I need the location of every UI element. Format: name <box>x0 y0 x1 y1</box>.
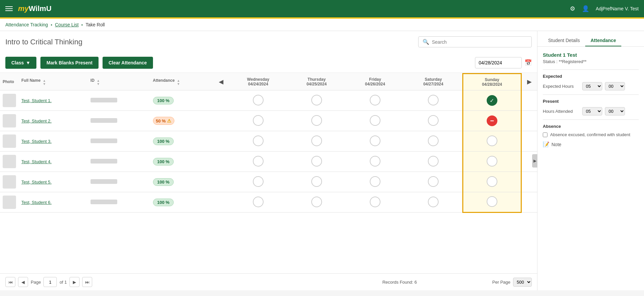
student-name-link[interactable]: Test, Student 6. <box>21 200 51 205</box>
col-nav-next[interactable]: ▶ <box>521 74 537 90</box>
right-panel: ▶ Student Details Attendance Student 1 T… <box>537 31 644 290</box>
per-page-select[interactable]: 500 100 50 25 <box>513 278 532 287</box>
attendance-circle[interactable] <box>311 95 322 105</box>
prev-week-button[interactable]: ◀ <box>216 78 226 85</box>
date-input[interactable] <box>475 57 522 68</box>
search-input[interactable] <box>432 39 527 45</box>
col-wednesday: Wednesday 04/24/2024 <box>229 74 287 90</box>
sunday-attendance-circle[interactable] <box>487 196 497 207</box>
sunday-attendance-circle[interactable] <box>487 156 497 167</box>
table-row: Test, Student 5.100 % <box>0 172 537 192</box>
present-hours-label: Hours Attended <box>543 109 580 114</box>
expected-hours-row: Expected Hours 0501020304060708 00153045 <box>543 82 639 90</box>
settings-icon[interactable]: ⚙ <box>570 5 575 12</box>
first-page-button[interactable]: ⏮ <box>5 277 15 287</box>
attendance-circle[interactable] <box>370 95 380 105</box>
attendance-circle[interactable] <box>253 176 264 187</box>
last-page-button[interactable]: ⏭ <box>82 277 92 287</box>
sort-attendance[interactable]: ▲▼ <box>177 79 180 86</box>
attendance-circle[interactable] <box>253 95 264 105</box>
mark-blanks-button[interactable]: Mark Blanks Present <box>40 57 99 69</box>
present-hours-select[interactable]: 0501020304060708 <box>582 107 602 115</box>
col-attendance[interactable]: Attendance ▲▼ <box>150 74 214 90</box>
sunday-attendance-circle[interactable]: ✓ <box>487 95 497 106</box>
right-panel-toggle[interactable]: ▶ <box>532 154 537 168</box>
expected-minutes-select[interactable]: 00153045 <box>605 82 625 90</box>
breadcrumb-course-list[interactable]: Course List <box>55 22 78 27</box>
student-name-link[interactable]: Test, Student 5. <box>21 180 51 185</box>
attendance-circle[interactable] <box>370 176 380 187</box>
user-icon[interactable]: 👤 <box>582 5 589 12</box>
prev-page-button[interactable]: ◀ <box>18 277 28 287</box>
attendance-circle[interactable] <box>428 176 439 187</box>
student-name-link[interactable]: Test, Student 4. <box>21 159 51 164</box>
sunday-attendance-circle[interactable] <box>487 176 497 187</box>
expected-hours-select[interactable]: 0501020304060708 <box>582 82 602 90</box>
col-nav-prev[interactable]: ◀ <box>213 74 229 90</box>
day-cell <box>346 192 404 213</box>
attendance-circle[interactable] <box>311 115 322 126</box>
breadcrumb: Attendance Tracking ● Course List ● Take… <box>0 19 644 31</box>
minus-icon: − <box>490 117 494 124</box>
student-id-blur <box>91 138 117 143</box>
calendar-icon[interactable]: 📅 <box>524 59 532 66</box>
col-id[interactable]: ID ▲▼ <box>88 74 150 90</box>
present-hours-row: Hours Attended 0501020304060708 00153045 <box>543 107 639 115</box>
attendance-circle[interactable] <box>311 156 322 167</box>
col-sunday-day: Sunday <box>466 77 518 82</box>
nav-prev-cell <box>213 192 229 213</box>
day-cell <box>404 131 463 152</box>
page-input[interactable] <box>43 277 57 287</box>
next-page-button[interactable]: ▶ <box>69 277 79 287</box>
attendance-circle[interactable] <box>253 115 264 126</box>
hamburger-menu[interactable] <box>5 6 13 11</box>
nav-next-cell <box>521 192 537 213</box>
attendance-circle[interactable] <box>311 197 322 207</box>
photo-placeholder <box>3 94 16 107</box>
attendance-circle[interactable] <box>370 135 380 146</box>
student-name-link[interactable]: Test, Student 2. <box>21 118 51 123</box>
class-button[interactable]: Class ▼ <box>5 57 36 69</box>
day-cell <box>404 90 463 111</box>
student-name-cell: Test, Student 2. <box>19 111 88 131</box>
day-cell <box>346 172 404 192</box>
attendance-circle[interactable] <box>370 156 380 167</box>
attendance-badge-ok: 100 % <box>153 158 174 166</box>
next-week-button[interactable]: ▶ <box>524 78 534 85</box>
tab-student-details[interactable]: Student Details <box>543 35 585 46</box>
attendance-circle[interactable] <box>253 156 264 167</box>
student-id-blur <box>91 118 117 123</box>
sunday-attendance-circle[interactable]: − <box>487 115 497 126</box>
sunday-attendance-circle[interactable] <box>487 135 497 146</box>
present-minutes-select[interactable]: 00153045 <box>605 107 625 115</box>
per-page-label: Per Page <box>492 280 510 285</box>
student-attendance-cell: 100 % <box>150 152 214 172</box>
student-photo-cell <box>0 192 19 213</box>
attendance-circle[interactable] <box>253 197 264 207</box>
absence-excused-checkbox[interactable] <box>543 132 547 137</box>
search-box[interactable]: 🔍 <box>418 36 532 47</box>
sunday-cell <box>463 192 521 213</box>
attendance-circle[interactable] <box>428 156 439 167</box>
class-dropdown-arrow: ▼ <box>26 60 30 65</box>
day-cell <box>287 192 346 213</box>
attendance-circle[interactable] <box>311 176 322 187</box>
attendance-circle[interactable] <box>428 115 439 126</box>
attendance-table: Photo Full Name ▲▼ ID ▲▼ Attendance ▲▼ <box>0 73 537 213</box>
col-full-name[interactable]: Full Name ▲▼ <box>19 74 88 90</box>
attendance-circle[interactable] <box>370 115 380 126</box>
sort-full-name[interactable]: ▲▼ <box>43 79 46 86</box>
student-name-link[interactable]: Test, Student 1. <box>21 98 51 103</box>
attendance-circle[interactable] <box>370 197 380 207</box>
sort-id[interactable]: ▲▼ <box>97 79 100 86</box>
attendance-circle[interactable] <box>428 135 439 146</box>
student-name-link[interactable]: Test, Student 3. <box>21 139 51 144</box>
nav-next-cell <box>521 172 537 192</box>
attendance-circle[interactable] <box>311 135 322 146</box>
attendance-circle[interactable] <box>253 135 264 146</box>
clear-attendance-button[interactable]: Clear Attendance <box>103 57 153 69</box>
attendance-circle[interactable] <box>428 95 439 105</box>
attendance-circle[interactable] <box>428 197 439 207</box>
tab-attendance[interactable]: Attendance <box>585 35 621 46</box>
course-title: Intro to Critical Thinking <box>5 38 83 46</box>
